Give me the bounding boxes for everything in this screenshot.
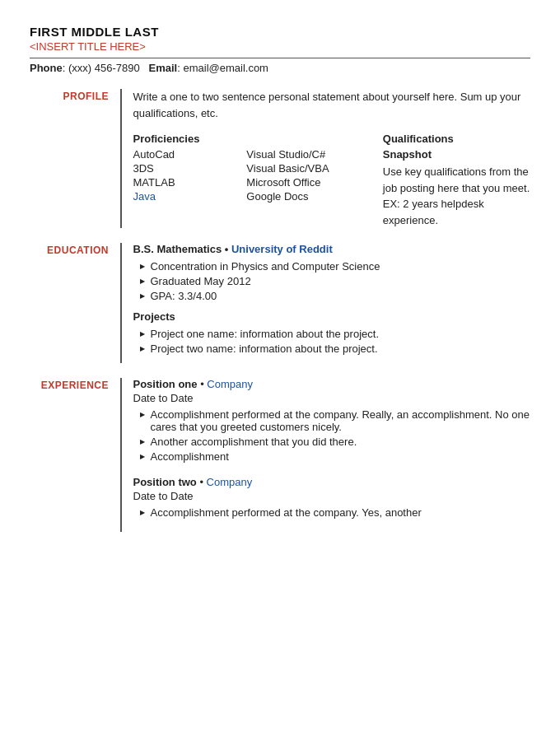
- experience-body: Position one • Company Date to Date Acco…: [133, 378, 531, 532]
- prof-item-2: 3DS: [133, 162, 247, 175]
- pos1-bullet-3: Accomplishment: [133, 450, 531, 463]
- experience-divider: [120, 378, 122, 532]
- degree-text: B.S. Mathematics: [133, 243, 222, 255]
- main-content: PROFILE Write a one to two sentence pers…: [30, 89, 530, 532]
- education-divider: [120, 243, 122, 363]
- edu-bullet-3: GPA: 3.3/4.00: [133, 290, 531, 302]
- profile-section: PROFILE Write a one to two sentence pers…: [30, 89, 530, 228]
- position-2-dot: •: [199, 476, 203, 488]
- proficiencies-col1: Proficiencies AutoCad 3DS MATLAB Java: [133, 133, 247, 228]
- experience-section: EXPERIENCE Position one • Company Date t…: [30, 378, 530, 532]
- project-1: Project one name: information about the …: [133, 328, 531, 340]
- prof-item-4: Java: [133, 190, 247, 203]
- prof-item-3: MATLAB: [133, 176, 247, 189]
- position-1-block: Position one • Company Date to Date Acco…: [133, 378, 531, 463]
- prof-item-8: Google Docs: [246, 190, 382, 203]
- snapshot-text: Use key qualifications from the job post…: [383, 164, 530, 228]
- edu-degree: B.S. Mathematics • University of Reddit: [133, 243, 531, 255]
- position-2-date: Date to Date: [133, 490, 531, 502]
- phone-label: Phone: [30, 62, 63, 74]
- qualifications-col: Qualifications Snapshot Use key qualific…: [383, 133, 530, 228]
- profile-body: Write a one to two sentence personal sta…: [133, 89, 531, 228]
- degree-separator: •: [225, 243, 231, 255]
- position-2-title: Position two • Company: [133, 476, 531, 488]
- position-1-name: Position one: [133, 378, 198, 390]
- prof-item-6: Visual Basic/VBA: [246, 162, 382, 175]
- position-1-title: Position one • Company: [133, 378, 531, 390]
- education-section: EDUCATION B.S. Mathematics • University …: [30, 243, 530, 363]
- profile-divider: [120, 89, 122, 228]
- qualifications-header: Qualifications: [383, 133, 530, 145]
- projects-header: Projects: [133, 310, 531, 323]
- position-1-company: Company: [207, 378, 253, 390]
- profile-label: PROFILE: [30, 89, 120, 228]
- pos1-bullet-2: Another accomplishment that you did ther…: [133, 436, 531, 448]
- education-bullets: Concentration in Physics and Computer Sc…: [133, 260, 531, 302]
- prof-item-7: Microsoft Office: [246, 176, 382, 189]
- proficiencies-header: Proficiencies: [133, 133, 247, 145]
- pos1-bullet-1: Accomplishment performed at the company.…: [133, 408, 531, 433]
- position-1-dot: •: [200, 378, 204, 390]
- project-2: Project two name: information about the …: [133, 343, 531, 355]
- position-2-company: Company: [207, 476, 253, 488]
- prof-item-1: AutoCad: [133, 148, 247, 161]
- experience-label: EXPERIENCE: [30, 378, 120, 532]
- position-2-name: Position two: [133, 476, 197, 488]
- education-label: EDUCATION: [30, 243, 120, 363]
- full-name: FIRST MIDDLE LAST: [30, 25, 530, 39]
- email-label: Email: [149, 62, 178, 74]
- snapshot-header: Snapshot: [383, 148, 530, 161]
- edu-bullet-2: Graduated May 2012: [133, 275, 531, 287]
- pos2-bullet-1: Accomplishment performed at the company.…: [133, 506, 531, 519]
- proficiencies-row: Proficiencies AutoCad 3DS MATLAB Java x …: [133, 133, 531, 228]
- position-2-bullets: Accomplishment performed at the company.…: [133, 506, 531, 519]
- phone-value: (xxx) 456-7890: [68, 62, 140, 74]
- position-1-date: Date to Date: [133, 392, 531, 404]
- profile-text: Write a one to two sentence personal sta…: [133, 89, 531, 121]
- contact-info: Phone: (xxx) 456-7890 Email: email@email…: [30, 62, 530, 74]
- edu-bullet-1: Concentration in Physics and Computer Sc…: [133, 260, 531, 273]
- education-body: B.S. Mathematics • University of Reddit …: [133, 243, 531, 363]
- position-1-bullets: Accomplishment performed at the company.…: [133, 408, 531, 463]
- prof-item-5: Visual Studio/C#: [246, 148, 382, 161]
- header: FIRST MIDDLE LAST <INSERT TITLE HERE> Ph…: [30, 25, 530, 74]
- university-text: University of Reddit: [231, 243, 333, 255]
- email-value: email@email.com: [183, 62, 268, 74]
- proficiencies-col2: x Visual Studio/C# Visual Basic/VBA Micr…: [246, 133, 382, 228]
- position-2-block: Position two • Company Date to Date Acco…: [133, 476, 531, 519]
- title-placeholder: <INSERT TITLE HERE>: [30, 40, 530, 53]
- header-divider: [30, 58, 530, 58]
- projects-list: Project one name: information about the …: [133, 328, 531, 355]
